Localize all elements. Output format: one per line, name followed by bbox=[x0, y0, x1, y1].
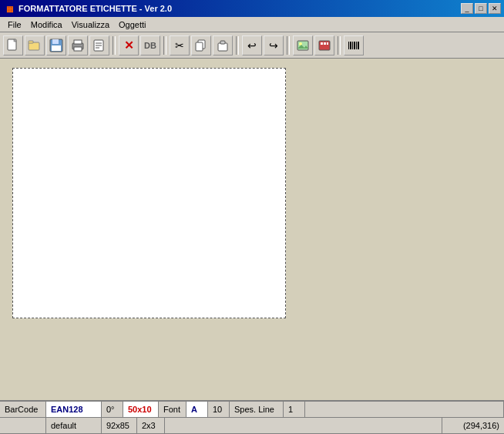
title-bar: ▦ FORMATTATORE ETICHETTE - Ver 2.0 _ □ ✕ bbox=[0, 0, 504, 17]
svg-rect-8 bbox=[74, 40, 82, 44]
angle-cell: 0° bbox=[102, 402, 123, 417]
menu-visualizza[interactable]: Visualizza bbox=[67, 19, 114, 31]
svg-rect-18 bbox=[297, 41, 308, 50]
spec-value-cell: 1 bbox=[284, 402, 305, 417]
row2-empty1 bbox=[0, 418, 46, 433]
svg-rect-6 bbox=[52, 45, 61, 51]
toolbar: ✕ DB ✂ ↩ ↪ bbox=[0, 32, 504, 59]
menu-file[interactable]: File bbox=[3, 19, 26, 31]
font-value-cell: A bbox=[186, 402, 208, 417]
open-button[interactable] bbox=[25, 35, 45, 56]
default-cell: default bbox=[46, 418, 102, 433]
coords-cell: (294,316) bbox=[442, 418, 504, 433]
close-button[interactable]: ✕ bbox=[489, 3, 501, 14]
separator-2 bbox=[163, 36, 166, 55]
svg-rect-21 bbox=[319, 41, 330, 50]
separator-4 bbox=[287, 36, 290, 55]
svg-rect-26 bbox=[350, 42, 351, 49]
db-button[interactable]: DB bbox=[140, 35, 160, 56]
type-cell: BarCode bbox=[0, 402, 46, 417]
minimize-button[interactable]: _ bbox=[461, 3, 473, 14]
svg-rect-27 bbox=[352, 42, 353, 49]
menu-modifica[interactable]: Modifica bbox=[26, 19, 67, 31]
grid-cell: 2x3 bbox=[137, 418, 165, 433]
window-controls: _ □ ✕ bbox=[461, 3, 501, 14]
menu-bar: File Modifica Visualizza Oggetti bbox=[0, 17, 504, 32]
encoding-cell: EAN128 bbox=[46, 402, 102, 417]
cut-button[interactable]: ✂ bbox=[170, 35, 190, 56]
svg-rect-22 bbox=[321, 42, 323, 45]
separator-1 bbox=[113, 36, 116, 55]
svg-rect-9 bbox=[74, 47, 82, 51]
preview-button[interactable] bbox=[89, 35, 109, 56]
svg-rect-28 bbox=[354, 42, 355, 49]
label-canvas[interactable] bbox=[12, 68, 286, 318]
svg-rect-3 bbox=[29, 41, 33, 43]
maximize-button[interactable]: □ bbox=[475, 3, 487, 14]
svg-rect-24 bbox=[327, 42, 328, 45]
new-button[interactable] bbox=[3, 35, 23, 56]
print-button[interactable] bbox=[68, 35, 88, 56]
menu-oggetti[interactable]: Oggetti bbox=[114, 19, 150, 31]
bitmap-button[interactable] bbox=[314, 35, 334, 56]
font-label-cell: Font bbox=[159, 402, 186, 417]
status-bar: BarCode EAN128 0° 50x10 Font A 10 Spes. … bbox=[0, 400, 504, 434]
row1-empty bbox=[305, 402, 504, 417]
main-area bbox=[0, 59, 504, 400]
separator-3 bbox=[236, 36, 239, 55]
redo-button[interactable]: ↪ bbox=[264, 35, 284, 56]
image-button[interactable] bbox=[293, 35, 313, 56]
row2-empty2 bbox=[165, 418, 442, 433]
undo-button[interactable]: ↩ bbox=[242, 35, 262, 56]
save-button[interactable] bbox=[46, 35, 66, 56]
svg-rect-23 bbox=[324, 42, 326, 45]
app-icon: ▦ bbox=[3, 2, 15, 15]
svg-rect-5 bbox=[52, 39, 59, 44]
status-row-2: default 92x85 2x3 (294,316) bbox=[0, 418, 504, 434]
stop-button[interactable]: ✕ bbox=[119, 35, 139, 56]
separator-5 bbox=[338, 36, 341, 55]
copy-button[interactable] bbox=[191, 35, 211, 56]
title-text: FORMATTATORE ETICHETTE - Ver 2.0 bbox=[18, 4, 461, 13]
svg-rect-29 bbox=[356, 42, 357, 49]
svg-rect-30 bbox=[358, 42, 359, 49]
svg-rect-25 bbox=[348, 42, 349, 49]
barcode-button[interactable] bbox=[344, 35, 364, 56]
size-cell: 50x10 bbox=[123, 402, 159, 417]
svg-rect-15 bbox=[196, 42, 203, 51]
number-cell: 10 bbox=[208, 402, 230, 417]
page-size-cell: 92x85 bbox=[102, 418, 137, 433]
paste-button[interactable] bbox=[213, 35, 233, 56]
svg-rect-17 bbox=[220, 41, 225, 44]
spec-label-cell: Spes. Line bbox=[230, 402, 284, 417]
status-row-1: BarCode EAN128 0° 50x10 Font A 10 Spes. … bbox=[0, 402, 504, 418]
